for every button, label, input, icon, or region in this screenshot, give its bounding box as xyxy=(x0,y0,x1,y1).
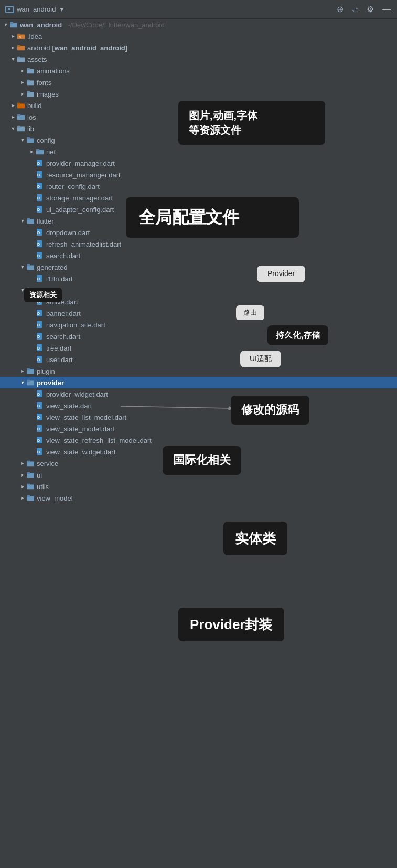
tree-row-images[interactable]: images xyxy=(0,88,397,100)
ios-label: ios xyxy=(27,113,36,121)
navigation-site-label: navigation_site.dart xyxy=(46,321,105,329)
dropdown-label: dropdown.dart xyxy=(46,229,90,237)
tree-dart-label: tree.dart xyxy=(46,344,71,352)
tree-row-banner[interactable]: D banner.dart xyxy=(0,308,397,319)
view-state-model-file-icon: D xyxy=(36,425,44,432)
tree-row-view-model[interactable]: view_model xyxy=(0,492,397,504)
tree-row-view-state-model[interactable]: D view_state_model.dart xyxy=(0,423,397,435)
search-model-file-icon: D xyxy=(36,333,44,340)
build-label: build xyxy=(27,102,41,110)
tree-row-net[interactable]: net xyxy=(0,146,397,157)
tree-row-fonts[interactable]: fonts xyxy=(0,77,397,88)
header-title: wan_android xyxy=(17,5,56,13)
tree-row-search-model[interactable]: D search.dart xyxy=(0,331,397,342)
tree-row-router-config[interactable]: D router_config.dart xyxy=(0,181,397,192)
tree-row-view-state-list-model[interactable]: D view_state_list_model.dart xyxy=(0,411,397,423)
animations-folder-icon xyxy=(26,67,35,75)
tree-row-view-state-refresh-list-model[interactable]: D view_state_refresh_list_model.dart xyxy=(0,435,397,446)
model-arrow xyxy=(19,287,26,294)
tree-row-provider-manager[interactable]: D provider_manager.dart xyxy=(0,157,397,169)
idea-arrow xyxy=(9,33,17,40)
view-model-arrow xyxy=(19,494,26,502)
lib-folder-icon xyxy=(17,125,25,132)
tree-row-provider[interactable]: provider xyxy=(0,377,397,388)
svg-rect-16 xyxy=(17,103,20,105)
tree-row-android[interactable]: android [wan_android_android] xyxy=(0,42,397,54)
tree-row-service[interactable]: service xyxy=(0,458,397,469)
tree-row-flutter[interactable]: flutter_ xyxy=(0,215,397,227)
tree-row-view-state[interactable]: D view_state.dart xyxy=(0,400,397,411)
tree-row-build[interactable]: build xyxy=(0,100,397,111)
images-label: images xyxy=(37,90,59,98)
resource-mananger-label: resource_mananger.dart xyxy=(46,171,121,179)
tree-row-ui[interactable]: ui xyxy=(0,469,397,481)
svg-text:D: D xyxy=(37,404,40,408)
settings-button[interactable]: ⚙ xyxy=(366,4,375,15)
i18n-label: i18n.dart xyxy=(46,275,73,283)
root-folder-icon xyxy=(9,21,18,28)
banner-file-icon: D xyxy=(36,310,44,317)
svg-rect-18 xyxy=(17,114,20,117)
provider-folder-icon xyxy=(26,379,35,386)
tree-row-i18n[interactable]: D i18n.dart xyxy=(0,273,397,284)
utils-folder-icon xyxy=(26,483,35,490)
ui-adapter-config-file-icon: D xyxy=(36,206,44,213)
flutter-folder-icon xyxy=(26,217,35,225)
resource-mananger-file-icon: D xyxy=(36,171,44,178)
minimize-button[interactable]: — xyxy=(381,4,392,15)
ui-folder-icon xyxy=(26,471,35,479)
tree-row-storage-manager[interactable]: D storage_manager.dart xyxy=(0,192,397,204)
images-arrow xyxy=(19,90,26,98)
tree-row-navigation-site[interactable]: D navigation_site.dart xyxy=(0,319,397,331)
tree-row-lib[interactable]: lib xyxy=(0,123,397,134)
tree-row-idea[interactable]: S .idea xyxy=(0,30,397,42)
images-folder-icon xyxy=(26,90,35,98)
tree-row-assets[interactable]: assets xyxy=(0,54,397,65)
svg-rect-10 xyxy=(27,68,30,70)
build-arrow xyxy=(9,102,17,109)
generated-label: generated xyxy=(37,263,68,271)
svg-text:D: D xyxy=(37,277,40,281)
net-arrow xyxy=(28,148,36,155)
add-button[interactable]: ⊕ xyxy=(336,4,345,15)
model-label: model xyxy=(37,287,55,294)
view-state-refresh-list-model-label: view_state_refresh_list_model.dart xyxy=(46,437,152,444)
tree-row-config[interactable]: config xyxy=(0,134,397,146)
svg-rect-79 xyxy=(27,380,30,382)
tree-row-plugin[interactable]: plugin xyxy=(0,365,397,377)
layout-button[interactable]: ⇌ xyxy=(351,5,359,14)
tree-row-view-state-widget[interactable]: D view_state_widget.dart xyxy=(0,446,397,458)
tree-row-tree[interactable]: D tree.dart xyxy=(0,342,397,354)
tree-row-user[interactable]: D user.dart xyxy=(0,354,397,365)
plugin-label: plugin xyxy=(37,367,55,375)
net-folder-icon xyxy=(36,148,44,155)
svg-text:D: D xyxy=(37,416,40,419)
ui-label: ui xyxy=(37,471,42,479)
view-state-model-label: view_state_model.dart xyxy=(46,425,114,433)
svg-rect-6 xyxy=(17,45,20,47)
tree-row-resource-mananger[interactable]: D resource_mananger.dart xyxy=(0,169,397,181)
tree-row-ios[interactable]: ios xyxy=(0,111,397,123)
svg-text:D: D xyxy=(37,323,40,327)
tree-row-animations[interactable]: animations xyxy=(0,65,397,77)
tree-row-dropdown[interactable]: D dropdown.dart xyxy=(0,227,397,238)
tree-root-row[interactable]: wan_android ~/Dev/Code/Flutter/wan_andro… xyxy=(0,19,397,30)
svg-text:D: D xyxy=(37,450,40,454)
net-label: net xyxy=(46,148,56,156)
svg-text:D: D xyxy=(37,335,40,338)
build-folder-icon xyxy=(17,102,25,109)
dropdown-arrow[interactable]: ▼ xyxy=(59,6,65,13)
tree-row-article[interactable]: D article.dart xyxy=(0,296,397,308)
tree-row-utils[interactable]: utils xyxy=(0,481,397,492)
tree-row-generated[interactable]: generated xyxy=(0,261,397,273)
ios-folder-icon xyxy=(17,113,25,121)
tree-row-provider-widget[interactable]: D provider_widget.dart xyxy=(0,388,397,400)
android-folder-icon xyxy=(17,44,25,51)
i18n-file-icon: D xyxy=(36,275,44,282)
tree-row-refresh-animatedlist[interactable]: D refresh_animatedlist.dart xyxy=(0,238,397,250)
view-state-file-icon: D xyxy=(36,402,44,409)
tree-row-model[interactable]: model xyxy=(0,284,397,296)
tree-row-ui-adapter-config[interactable]: D ui_adapter_config.dart xyxy=(0,204,397,215)
tree-row-search-flutter[interactable]: D search.dart xyxy=(0,250,397,261)
provider-manager-file-icon: D xyxy=(36,160,44,167)
